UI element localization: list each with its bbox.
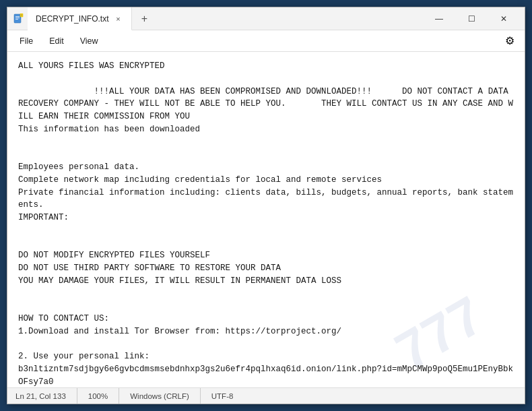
add-tab-button[interactable]: + <box>135 9 154 28</box>
svg-rect-3 <box>15 19 18 20</box>
tab-area: DECRYPT_INFO.txt × + <box>28 7 424 30</box>
svg-rect-1 <box>15 16 20 17</box>
menu-bar: File Edit View ⚙ <box>7 30 525 52</box>
line-ending[interactable]: Windows (CRLF) <box>119 388 201 404</box>
active-tab[interactable]: DECRYPT_INFO.txt × <box>28 7 132 30</box>
svg-rect-2 <box>15 18 20 18</box>
notepad-window: DECRYPT_INFO.txt × + — ☐ ✕ File Edit Vie… <box>7 7 525 404</box>
edit-menu[interactable]: Edit <box>42 34 71 49</box>
content-area: 777 <box>7 52 525 387</box>
window-controls: — ☐ ✕ <box>424 8 519 30</box>
close-tab-button[interactable]: × <box>112 13 123 24</box>
maximize-button[interactable]: ☐ <box>456 8 487 30</box>
title-bar: DECRYPT_INFO.txt × + — ☐ ✕ <box>7 7 525 30</box>
minimize-button[interactable]: — <box>424 8 455 30</box>
view-menu[interactable]: View <box>73 34 105 49</box>
svg-rect-4 <box>20 13 23 17</box>
file-menu[interactable]: File <box>13 34 40 49</box>
notepad-icon <box>13 13 24 24</box>
settings-gear-icon[interactable]: ⚙ <box>500 32 519 51</box>
encoding[interactable]: UTF-8 <box>201 388 244 404</box>
zoom-level[interactable]: 100% <box>77 388 119 404</box>
status-bar: Ln 21, Col 133 100% Windows (CRLF) UTF-8 <box>7 387 525 404</box>
close-button[interactable]: ✕ <box>488 8 519 30</box>
tab-filename: DECRYPT_INFO.txt <box>36 14 108 24</box>
text-editor[interactable] <box>7 52 525 387</box>
svg-rect-0 <box>14 14 21 23</box>
cursor-position: Ln 21, Col 133 <box>15 388 77 404</box>
